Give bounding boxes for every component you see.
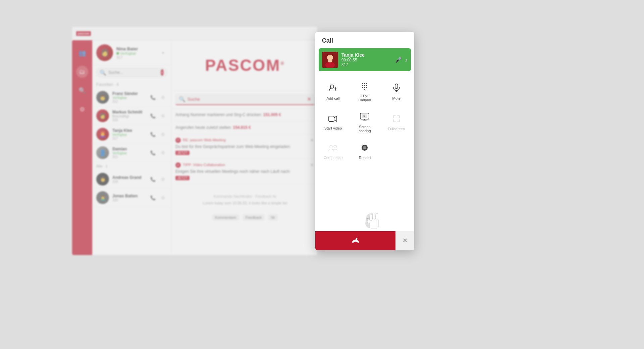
svg-point-22 bbox=[330, 145, 332, 148]
hang-up-button[interactable] bbox=[315, 231, 395, 250]
dtmf-label: DTMF Dialpad bbox=[353, 94, 376, 102]
screen-sharing-label: Screen sharing bbox=[353, 125, 376, 133]
fullscreen-label: Fullscreen bbox=[388, 127, 405, 131]
svg-rect-16 bbox=[395, 84, 398, 89]
call-timer: 00:00:55 bbox=[341, 58, 392, 62]
svg-point-11 bbox=[366, 85, 367, 86]
svg-point-9 bbox=[362, 85, 363, 86]
empty-slot bbox=[382, 140, 411, 164]
fullscreen-button: Fullscreen bbox=[382, 109, 411, 137]
start-video-label: Start video bbox=[324, 126, 342, 130]
call-controls-grid: Add call DTMF Dialpad bbox=[315, 71, 414, 167]
record-label: Record bbox=[359, 156, 371, 160]
call-panel-title: Call bbox=[315, 32, 414, 48]
fullscreen-icon bbox=[392, 115, 400, 125]
callee-avatar bbox=[322, 52, 338, 68]
call-panel: Call Tanja Klee 00:00:55 317 🎤 › bbox=[315, 32, 414, 250]
conference-icon bbox=[328, 144, 338, 154]
add-call-label: Add call bbox=[327, 96, 340, 100]
callee-info: Tanja Klee 00:00:55 317 bbox=[341, 52, 392, 67]
mute-label: Mute bbox=[392, 96, 400, 100]
conference-label: Conference bbox=[324, 156, 343, 160]
mute-status-icon: 🎤 bbox=[395, 57, 402, 63]
call-bottom-bar: ✕ bbox=[315, 231, 414, 250]
svg-point-4 bbox=[328, 59, 332, 62]
conference-button: Conference bbox=[319, 140, 347, 164]
mute-button[interactable]: Mute bbox=[382, 78, 411, 106]
microphone-icon bbox=[393, 84, 400, 94]
svg-point-13 bbox=[364, 87, 365, 88]
expand-call-icon[interactable]: › bbox=[405, 56, 408, 64]
callee-extension: 317 bbox=[341, 62, 392, 67]
svg-point-15 bbox=[364, 89, 365, 90]
active-call-card[interactable]: Tanja Klee 00:00:55 317 🎤 › bbox=[319, 48, 411, 71]
svg-point-6 bbox=[362, 83, 363, 84]
svg-point-8 bbox=[366, 83, 367, 84]
record-button[interactable]: Record bbox=[350, 140, 379, 164]
video-icon bbox=[328, 115, 338, 124]
dtmf-dialpad-button[interactable]: DTMF Dialpad bbox=[350, 78, 379, 106]
svg-point-25 bbox=[363, 146, 366, 149]
start-video-button[interactable]: Start video bbox=[319, 109, 347, 137]
record-icon bbox=[361, 144, 369, 154]
callee-name: Tanja Klee bbox=[341, 52, 392, 58]
close-call-panel-button[interactable]: ✕ bbox=[395, 231, 414, 250]
svg-point-14 bbox=[366, 87, 367, 88]
dialpad-icon bbox=[361, 82, 369, 92]
svg-point-7 bbox=[364, 83, 365, 84]
screen-sharing-icon bbox=[360, 113, 369, 123]
add-call-button[interactable]: Add call bbox=[319, 78, 347, 106]
add-call-icon bbox=[329, 84, 337, 94]
screen-sharing-button[interactable]: Screen sharing bbox=[350, 109, 379, 137]
svg-point-10 bbox=[364, 85, 365, 86]
svg-rect-19 bbox=[329, 116, 334, 121]
close-icon: ✕ bbox=[402, 237, 408, 244]
svg-point-23 bbox=[334, 145, 336, 148]
svg-point-12 bbox=[362, 87, 363, 88]
